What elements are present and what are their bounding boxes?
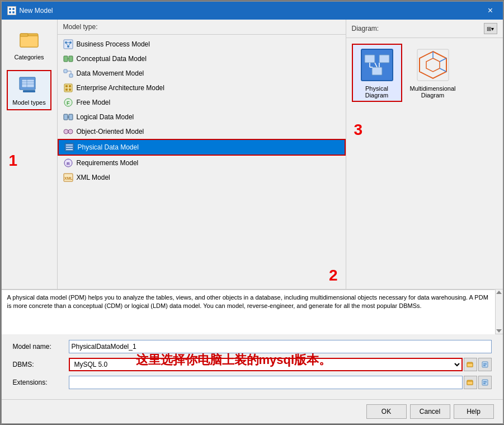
form-area: Model name: DBMS: MySQL 5.0 — [2, 334, 503, 399]
diagram-item-multidim-label: Multidimensional Diagram — [410, 85, 456, 99]
help-button[interactable]: Help — [454, 404, 494, 419]
model-item-dmm[interactable]: Data Movement Model — [58, 66, 346, 81]
dialog-title: New Model — [20, 7, 53, 15]
extensions-edit-button[interactable] — [478, 376, 492, 389]
model-name-label: Model name: — [13, 343, 69, 351]
diagram-items-container: Physical Diagram Multidim — [346, 38, 503, 289]
form-row-extensions: Extensions: — [13, 376, 492, 389]
extensions-input[interactable] — [69, 376, 463, 389]
categories-icon — [18, 29, 40, 52]
dbms-label: DBMS: — [13, 361, 69, 368]
model-list: Business Process Model Conceptual Data M… — [58, 35, 346, 264]
svg-point-37 — [64, 129, 68, 134]
model-types-item[interactable]: Model types — [7, 70, 51, 110]
annotation-2: 2 — [327, 264, 340, 287]
svg-rect-12 — [23, 90, 35, 92]
model-item-bpm[interactable]: Business Process Model — [58, 37, 346, 52]
model-item-pdm-label: Physical Data Model — [78, 143, 139, 151]
model-item-bpm-label: Business Process Model — [77, 40, 150, 48]
svg-rect-62 — [467, 363, 473, 367]
physical-diagram-icon — [359, 47, 395, 83]
model-item-cdm[interactable]: Conceptual Data Model — [58, 52, 346, 66]
dialog-footer: OK Cancel Help — [2, 399, 503, 423]
model-item-oom-label: Object-Oriented Model — [77, 128, 144, 136]
svg-rect-0 — [9, 8, 11, 10]
svg-rect-5 — [20, 36, 38, 47]
svg-point-16 — [67, 45, 69, 48]
svg-rect-2 — [9, 11, 11, 13]
svg-rect-42 — [66, 149, 73, 150]
model-item-dmm-label: Data Movement Model — [77, 69, 144, 77]
annotation-1: 1 — [7, 150, 20, 172]
model-item-ldm-label: Logical Data Model — [77, 113, 134, 121]
cancel-button[interactable]: Cancel — [410, 404, 450, 419]
svg-text:F: F — [67, 100, 70, 106]
model-item-eam[interactable]: Enterprise Architecture Model — [58, 81, 346, 95]
svg-rect-47 — [361, 49, 393, 81]
svg-rect-67 — [467, 381, 473, 385]
diagram-item-multidim[interactable]: Multidimensional Diagram — [408, 44, 458, 102]
description-area: A physical data model (PDM) helps you to… — [2, 289, 495, 334]
svg-point-14 — [65, 41, 67, 44]
diagram-header: Diagram: ⊞▾ — [346, 20, 503, 38]
svg-rect-41 — [66, 147, 73, 148]
svg-rect-31 — [69, 88, 71, 91]
dbms-browse-button[interactable] — [464, 358, 477, 371]
description-text: A physical data model (PDM) helps you to… — [7, 294, 488, 309]
svg-rect-6 — [20, 34, 28, 36]
extensions-browse-button[interactable] — [464, 376, 477, 389]
extensions-input-group — [69, 376, 492, 389]
middle-column: Model type: Business Process Model — [58, 20, 346, 289]
svg-text:R: R — [67, 161, 70, 166]
model-item-fm[interactable]: F Free Model — [58, 95, 346, 110]
svg-rect-29 — [69, 85, 71, 87]
form-row-dbms: DBMS: MySQL 5.0 — [13, 358, 492, 371]
title-bar: New Model × — [2, 2, 503, 20]
svg-rect-30 — [65, 88, 68, 91]
svg-rect-21 — [69, 56, 73, 62]
svg-rect-40 — [66, 144, 73, 146]
left-column: Categories Model types 1 — [2, 20, 58, 289]
model-item-ldm[interactable]: Logical Data Model — [58, 110, 346, 124]
model-name-input[interactable] — [69, 340, 492, 353]
model-item-xml-label: XML Model — [77, 174, 110, 181]
svg-rect-8 — [22, 80, 34, 87]
dialog-icon — [7, 6, 16, 15]
model-type-header: Model type: — [58, 20, 346, 35]
svg-rect-35 — [69, 114, 73, 120]
model-item-oom[interactable]: Object-Oriented Model — [58, 124, 346, 139]
form-row-model-name: Model name: — [13, 340, 492, 353]
categories-item[interactable]: Categories — [7, 25, 51, 64]
model-item-rm-label: Requirements Model — [77, 159, 139, 167]
svg-rect-63 — [482, 362, 488, 367]
svg-rect-1 — [12, 8, 15, 10]
svg-text:XML: XML — [64, 176, 73, 180]
model-item-eam-label: Enterprise Architecture Model — [77, 84, 164, 92]
model-item-rm[interactable]: R Requirements Model — [58, 156, 346, 170]
model-item-cdm-label: Conceptual Data Model — [77, 55, 147, 63]
dbms-edit-button[interactable] — [478, 358, 492, 371]
svg-rect-34 — [64, 114, 68, 120]
svg-point-38 — [68, 129, 73, 134]
svg-rect-20 — [64, 56, 68, 62]
diagram-item-physical[interactable]: Physical Diagram — [352, 44, 402, 102]
svg-rect-24 — [69, 74, 73, 77]
svg-rect-49 — [379, 55, 389, 63]
svg-rect-23 — [64, 69, 67, 73]
model-types-label: Model types — [12, 99, 45, 106]
model-item-fm-label: Free Model — [77, 99, 111, 106]
svg-rect-48 — [365, 55, 375, 63]
svg-rect-28 — [65, 85, 68, 87]
model-item-pdm[interactable]: Physical Data Model — [58, 139, 346, 156]
close-button[interactable]: × — [484, 5, 497, 16]
extensions-label: Extensions: — [13, 379, 69, 386]
annotation-3: 3 — [352, 119, 365, 141]
svg-rect-3 — [12, 11, 15, 13]
diagram-grid-button[interactable]: ⊞▾ — [484, 23, 497, 34]
model-item-xml[interactable]: XML XML Model — [58, 170, 346, 185]
ok-button[interactable]: OK — [366, 404, 407, 419]
title-bar-left: New Model — [7, 6, 53, 15]
multidim-diagram-icon — [415, 47, 451, 83]
svg-rect-50 — [372, 67, 382, 75]
chinese-annotation: 这里选择你电脑上装的mysql版本。 — [136, 353, 332, 367]
